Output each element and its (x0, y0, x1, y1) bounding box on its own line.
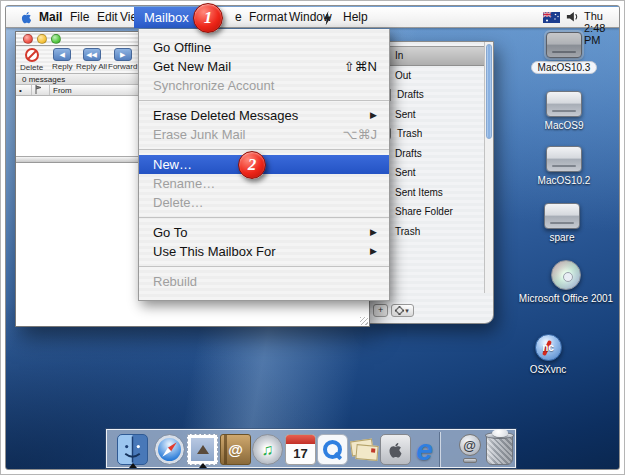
mailbox-label: Trash (395, 226, 420, 237)
dock-address-book-icon[interactable]: @ (220, 434, 251, 465)
dock-ical-icon[interactable]: 17 (285, 434, 316, 465)
drawer-scrollbar[interactable] (484, 42, 493, 293)
dock-quicktime-icon[interactable] (317, 434, 348, 465)
toolbar-button-delete[interactable]: Delete (20, 48, 43, 72)
osxvnc-icon: nc (535, 334, 562, 361)
menu-item-label: Get New Mail (153, 57, 231, 76)
mailbox-label: Share Folder (395, 206, 453, 217)
mailbox-label: Drafts (397, 89, 424, 100)
dock-trash-icon[interactable] (486, 434, 513, 465)
mailbox-label: Sent (395, 167, 416, 178)
desktop-icon-macos9[interactable]: MacOS9 (509, 91, 619, 131)
annotation-step-1-badge: 1 (193, 3, 223, 33)
menu-item-rename-: Rename… (139, 174, 389, 193)
reply-icon: ◀ (53, 48, 71, 61)
dock-system-preferences-icon[interactable] (380, 434, 411, 465)
menu-bar-item-mail[interactable]: Mail (39, 10, 62, 25)
zoom-button[interactable] (51, 34, 61, 44)
hard-drive-icon (546, 91, 582, 117)
desktop: MailFileEditVie Mailbox eFormatWindow He… (5, 5, 620, 470)
menu-item-go-to[interactable]: Go To▶ (139, 223, 389, 242)
menu-bar-item-e[interactable]: e (235, 10, 242, 25)
toolbar-button-label: Reply All (76, 62, 107, 71)
mailbox-label: In (395, 50, 403, 61)
menu-bar-item-edit[interactable]: Edit (97, 10, 118, 25)
resize-grip[interactable] (360, 317, 368, 325)
menu-item-use-this-mailbox-for[interactable]: Use This Mailbox For▶ (139, 242, 389, 261)
desktop-icon-label: spare (549, 232, 574, 243)
menu-item-rebuild: Rebuild (139, 272, 389, 291)
forward-icon: ▶ (114, 48, 132, 61)
menu-item-label: Delete… (153, 193, 204, 212)
running-indicator (199, 463, 207, 468)
script-bolt-icon[interactable] (323, 11, 332, 25)
toolbar-button-label: Delete (20, 63, 43, 72)
message-count: 0 messages (22, 75, 65, 84)
desktop-icon-osxvnc[interactable]: ncOSXvnc (493, 334, 603, 375)
submenu-arrow-icon: ▶ (370, 242, 377, 261)
desktop-icon-label: OSXvnc (530, 364, 567, 375)
column-header-flag[interactable] (32, 85, 50, 95)
toolbar-button-reply-all[interactable]: ◀◀Reply All (76, 48, 107, 71)
annotation-step-2-badge: 2 (238, 151, 266, 179)
mailbox-label: Sent (395, 109, 416, 120)
submenu-arrow-icon: ▶ (370, 223, 377, 242)
dock-itunes-icon[interactable]: ♫ (252, 434, 283, 465)
menu-separator (139, 266, 389, 267)
menu-item-label: Erase Deleted Messages (153, 106, 298, 125)
dock: @♫17e@ (106, 429, 516, 468)
hard-drive-icon (546, 146, 582, 172)
menu-item-erase-deleted-messages[interactable]: Erase Deleted Messages▶ (139, 106, 389, 125)
dock-finder-icon[interactable] (117, 434, 148, 465)
menu-item-go-offline[interactable]: Go Offline (139, 38, 389, 57)
dock-at-stamp-icon[interactable]: @ (454, 434, 485, 465)
reply-all-icon: ◀◀ (83, 48, 101, 61)
scrollbar-thumb[interactable] (486, 44, 492, 139)
dock-internet-explorer-icon[interactable]: e (409, 434, 440, 465)
desktop-icon-label: MacOS9 (545, 120, 584, 131)
menu-bar: MailFileEditVie Mailbox eFormatWindow He… (6, 7, 619, 28)
dock-letters-icon[interactable] (349, 434, 380, 465)
mailbox-action-button[interactable]: ▾ (391, 304, 414, 317)
menu-bar-item-file[interactable]: File (70, 10, 89, 25)
menu-bar-item-help[interactable]: Help (343, 10, 368, 25)
apple-menu-icon[interactable] (20, 10, 34, 25)
menu-item-label: Erase Junk Mail (153, 125, 245, 144)
column-header-dot[interactable]: • (16, 85, 32, 95)
menu-bar-item-format[interactable]: Format (249, 10, 287, 25)
menu-item-label: Synchronize Account (153, 76, 274, 95)
australia-flag-icon[interactable] (543, 12, 560, 23)
desktop-icon-macos10.2[interactable]: MacOS10.2 (509, 146, 619, 186)
menu-item-label: Go Offline (153, 38, 211, 57)
toolbar-button-label: Reply (52, 62, 72, 71)
toolbar-button-forward[interactable]: ▶Forward (108, 48, 137, 71)
dock-safari-icon[interactable] (154, 434, 185, 465)
menu-item-label: Rename… (153, 174, 215, 193)
menu-item-shortcut: ⇧⌘N (344, 57, 377, 76)
desktop-icon-label: MacOS10.3 (531, 61, 598, 74)
desktop-icon-spare[interactable]: spare (507, 203, 617, 243)
running-indicator (129, 463, 137, 468)
column-header-label: From (53, 86, 72, 95)
menu-separator (139, 100, 389, 101)
delete-icon (25, 48, 39, 62)
menu-item-shortcut: ⌥⌘J (343, 125, 377, 144)
mailbox-label: Drafts (395, 148, 422, 159)
desktop-icon-microsoft-office-2001[interactable]: Microsoft Office 2001 (511, 260, 620, 304)
menu-item-label: Use This Mailbox For (153, 242, 276, 261)
add-mailbox-button[interactable]: + (373, 304, 388, 317)
volume-icon[interactable] (566, 11, 580, 24)
close-button[interactable] (23, 34, 33, 44)
menu-item-get-new-mail[interactable]: Get New Mail⇧⌘N (139, 57, 389, 76)
desktop-icon-label: MacOS10.2 (538, 175, 591, 186)
minimize-button[interactable] (37, 34, 47, 44)
toolbar-button-reply[interactable]: ◀Reply (52, 48, 72, 71)
menu-separator (139, 217, 389, 218)
menu-bar-clock[interactable]: Thu 2:48 PM (584, 10, 619, 46)
desktop-icon-label: Microsoft Office 2001 (519, 293, 613, 304)
menu-item-label: Rebuild (153, 272, 197, 291)
dock-mail-icon[interactable] (187, 434, 218, 465)
hard-drive-icon (546, 32, 582, 58)
gear-icon (396, 307, 403, 314)
mailbox-label: Sent Items (395, 187, 443, 198)
